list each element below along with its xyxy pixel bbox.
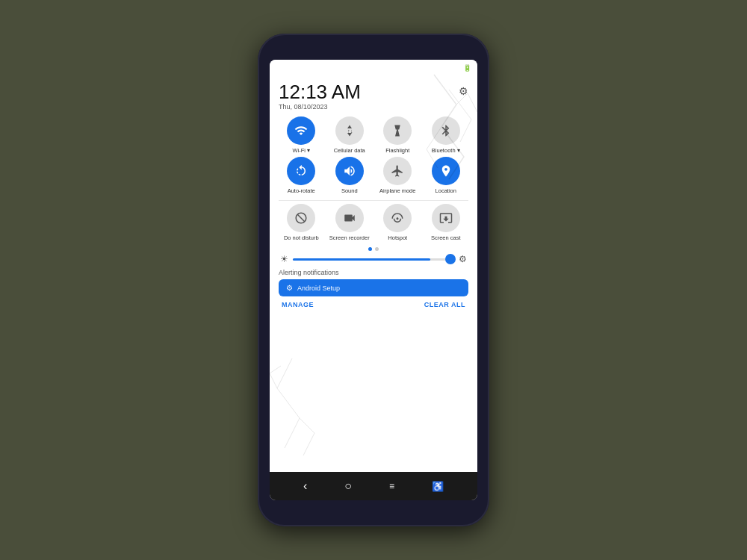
pagination-dots bbox=[279, 247, 468, 251]
settings-gear-icon[interactable]: ⚙ bbox=[459, 85, 468, 97]
flashlight-label: Flashlight bbox=[385, 147, 409, 154]
cellular-icon[interactable]: ↑↓ bbox=[335, 116, 364, 145]
cellular-label: Cellular data bbox=[334, 147, 365, 154]
brightness-min-icon: ☀ bbox=[280, 254, 288, 264]
hotspot-label: Hotspot bbox=[388, 234, 407, 241]
bluetooth-icon[interactable] bbox=[432, 116, 460, 145]
dot-1 bbox=[368, 247, 372, 251]
wifi-icon[interactable] bbox=[287, 116, 315, 145]
notification-gear-icon: ⚙ bbox=[286, 284, 293, 292]
screencast-label: Screen cast bbox=[431, 234, 461, 241]
location-icon[interactable] bbox=[432, 157, 460, 185]
airplane-label: Airplane mode bbox=[379, 187, 415, 194]
divider1 bbox=[279, 200, 468, 201]
toggle-cellular[interactable]: ↑↓ Cellular data bbox=[327, 116, 373, 154]
bluetooth-label: Bluetooth ▾ bbox=[432, 147, 460, 154]
back-button[interactable]: ‹ bbox=[303, 479, 307, 493]
notifications-header: Alerting notifications bbox=[279, 269, 468, 276]
date-text: Thu, 08/10/2023 bbox=[279, 103, 361, 111]
accessibility-button[interactable]: ♿ bbox=[432, 481, 444, 492]
toggle-autorotate[interactable]: Auto-rotate bbox=[279, 157, 324, 194]
sound-icon[interactable] bbox=[335, 157, 364, 185]
location-label: Location bbox=[436, 187, 456, 194]
phone-screen: 🔋 12:13 AM Thu, 08/10/2023 ⚙ bbox=[270, 60, 477, 500]
wifi-label: Wi-Fi ▾ bbox=[292, 147, 310, 154]
toggle-screencast[interactable]: Screen cast bbox=[424, 204, 469, 241]
donotdisturb-icon[interactable] bbox=[287, 204, 315, 232]
navigation-bar: ‹ ○ ≡ ♿ bbox=[270, 472, 477, 500]
time-display: 12:13 AM Thu, 08/10/2023 bbox=[279, 82, 361, 111]
dot-2 bbox=[375, 247, 379, 251]
screenrecorder-label: Screen recorder bbox=[329, 234, 370, 241]
svg-text:↑↓: ↑↓ bbox=[347, 128, 353, 134]
brightness-slider[interactable] bbox=[293, 258, 454, 261]
time-text: 12:13 AM bbox=[279, 82, 361, 102]
toggle-flashlight[interactable]: Flashlight bbox=[375, 116, 421, 154]
toggle-hotspot[interactable]: Hotspot bbox=[375, 204, 421, 241]
toggle-sound[interactable]: Sound bbox=[327, 157, 373, 194]
screencast-icon[interactable] bbox=[432, 204, 460, 232]
slider-fill bbox=[293, 258, 430, 261]
notification-android-setup[interactable]: ⚙ Android Setup bbox=[279, 279, 468, 296]
recents-button[interactable]: ≡ bbox=[389, 481, 394, 491]
airplane-icon[interactable] bbox=[383, 157, 412, 185]
autorotate-icon[interactable] bbox=[287, 157, 315, 185]
manage-button[interactable]: MANAGE bbox=[282, 301, 314, 308]
slider-thumb bbox=[445, 254, 456, 264]
autorotate-label: Auto-rotate bbox=[288, 187, 315, 194]
home-button[interactable]: ○ bbox=[344, 479, 352, 493]
toggle-donotdisturb[interactable]: Do not disturb bbox=[279, 204, 324, 241]
toggles-row2: Auto-rotate Sound bbox=[279, 157, 468, 194]
battery-icon: 🔋 bbox=[463, 64, 471, 72]
toggles-row1: Wi-Fi ▾ ↑↓ Cellular data bbox=[279, 116, 468, 154]
sound-label: Sound bbox=[341, 187, 358, 194]
clear-all-button[interactable]: CLEAR ALL bbox=[424, 301, 465, 308]
bottom-actions: MANAGE CLEAR ALL bbox=[279, 296, 468, 311]
donotdisturb-label: Do not disturb bbox=[284, 234, 319, 241]
brightness-row: ☀ ⚙ bbox=[279, 254, 468, 264]
status-bar: 🔋 bbox=[270, 60, 477, 76]
toggle-wifi[interactable]: Wi-Fi ▾ bbox=[279, 116, 324, 154]
quick-settings-panel: 12:13 AM Thu, 08/10/2023 ⚙ Wi-Fi ▾ bbox=[270, 76, 477, 472]
brightness-settings-icon[interactable]: ⚙ bbox=[459, 254, 467, 264]
notification-text: Android Setup bbox=[297, 284, 340, 292]
toggle-location[interactable]: Location bbox=[424, 157, 469, 194]
toggle-airplane[interactable]: Airplane mode bbox=[375, 157, 421, 194]
toggle-bluetooth[interactable]: Bluetooth ▾ bbox=[424, 116, 469, 154]
screenrecorder-icon[interactable] bbox=[335, 204, 364, 232]
flashlight-icon[interactable] bbox=[383, 116, 412, 145]
hotspot-icon[interactable] bbox=[383, 204, 412, 232]
phone-device: 🔋 12:13 AM Thu, 08/10/2023 ⚙ bbox=[258, 34, 489, 526]
toggles-row3: Do not disturb Screen recorder bbox=[279, 204, 468, 241]
status-icons: 🔋 bbox=[463, 64, 471, 72]
time-row: 12:13 AM Thu, 08/10/2023 ⚙ bbox=[279, 82, 468, 111]
toggle-screenrecorder[interactable]: Screen recorder bbox=[327, 204, 373, 241]
